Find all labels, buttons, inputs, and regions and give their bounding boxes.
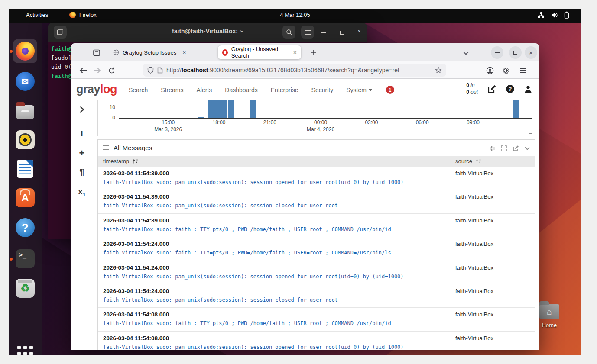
terminal-search-button[interactable] xyxy=(282,26,295,39)
chevron-down-icon[interactable] xyxy=(525,147,530,150)
clock[interactable]: 4 Mar 12:05 xyxy=(280,12,310,18)
page-info-icon[interactable] xyxy=(157,67,163,74)
edit-scratchpad-icon[interactable] xyxy=(487,84,496,93)
nav-dashboards[interactable]: Dashboards xyxy=(225,87,258,93)
dock-item-libreoffice-writer[interactable] xyxy=(13,157,37,181)
column-source[interactable]: source xyxy=(455,158,481,164)
activities-button[interactable]: Activities xyxy=(26,12,48,18)
tab-title: Graylog Setup Issues xyxy=(123,49,176,56)
tab-graylog-unsaved-search[interactable]: Graylog - Unsaved Search × xyxy=(218,45,301,59)
app-menu-button[interactable] xyxy=(517,65,529,76)
sidebar-description-button[interactable]: i xyxy=(71,129,93,139)
histogram-bar[interactable] xyxy=(214,100,221,118)
message-source: faith-VirtualBox xyxy=(455,241,493,247)
help-icon[interactable]: ? xyxy=(506,85,514,93)
system-tray[interactable] xyxy=(538,11,569,19)
nav-search[interactable]: Search xyxy=(129,87,148,93)
terminal-maximize-button[interactable] xyxy=(337,29,346,36)
histogram-bar[interactable] xyxy=(250,100,256,118)
message-row[interactable]: 2026-03-04 11:54:24.000faith-VirtualBoxf… xyxy=(98,237,535,261)
message-row[interactable]: 2026-03-04 11:54:08.000faith-VirtualBoxf… xyxy=(98,308,535,331)
terminal-close-button[interactable]: × xyxy=(355,28,363,35)
tab-overview-icon xyxy=(93,49,101,57)
widget-resize-handle[interactable] xyxy=(529,131,532,134)
back-button[interactable] xyxy=(78,65,89,76)
home-folder-icon: ⌂ xyxy=(539,304,559,319)
extensions-button[interactable] xyxy=(501,65,512,76)
dock-item-thunderbird[interactable]: ✉ xyxy=(13,69,37,93)
url-bar[interactable]: http://localhost:9000/streams/69a15f0317… xyxy=(143,64,446,77)
nav-alerts[interactable]: Alerts xyxy=(196,87,212,93)
user-icon[interactable] xyxy=(524,85,532,93)
dock-item-firefox[interactable] xyxy=(13,39,37,63)
sidebar-highlighting-button[interactable]: ¶ xyxy=(71,167,93,177)
new-tab-button[interactable] xyxy=(307,47,319,59)
graylog-logo[interactable]: graylog xyxy=(76,83,117,96)
column-timestamp[interactable]: timestamp xyxy=(103,158,138,164)
histogram-bar[interactable] xyxy=(221,100,227,118)
firefox-running-dot xyxy=(10,50,13,53)
nav-streams[interactable]: Streams xyxy=(161,87,183,93)
dock-item-files[interactable] xyxy=(13,98,37,122)
navbar-right-cluster: 0 in 0 out ? xyxy=(466,82,532,96)
terminal-titlebar[interactable]: faith@faith-VirtualBox: ~ × xyxy=(48,23,367,42)
message-row[interactable]: 2026-03-04 11:54:39.000faith-VirtualBoxf… xyxy=(98,167,535,190)
nav-enterprise[interactable]: Enterprise xyxy=(271,87,298,93)
list-all-tabs-button[interactable] xyxy=(460,47,472,59)
message-source: faith-VirtualBox xyxy=(455,264,493,271)
message-source: faith-VirtualBox xyxy=(455,335,493,341)
message-row[interactable]: 2026-03-04 11:54:39.000faith-VirtualBoxf… xyxy=(98,190,535,213)
volume-icon xyxy=(551,12,558,19)
focused-app-indicator[interactable]: Firefox xyxy=(69,12,97,18)
tab-close-icon[interactable]: × xyxy=(182,49,186,56)
terminal-minimize-button[interactable] xyxy=(319,28,328,35)
sidebar-expand-button[interactable] xyxy=(71,106,93,113)
terminal-running-dot xyxy=(10,258,13,261)
focused-app-name: Firefox xyxy=(79,12,97,18)
window-maximize-button[interactable] xyxy=(509,46,522,59)
graylog-main-menu: Search Streams Alerts Dashboards Enterpr… xyxy=(129,86,394,94)
bookmark-star-icon[interactable] xyxy=(435,67,442,74)
histogram-bar[interactable] xyxy=(513,100,519,118)
edit-widget-icon[interactable] xyxy=(513,145,519,151)
expand-widget-icon[interactable] xyxy=(501,145,507,151)
sort-icon-active[interactable] xyxy=(133,159,138,164)
window-minimize-button[interactable] xyxy=(491,46,503,59)
notification-badge[interactable]: 1 xyxy=(386,86,394,94)
tab-graylog-setup-issues[interactable]: Graylog Setup Issues × xyxy=(109,45,205,59)
focus-widget-icon[interactable] xyxy=(489,145,495,151)
chevron-right-icon xyxy=(79,106,85,113)
rhythmbox-icon xyxy=(16,130,35,149)
x-tick-label: 09:00 xyxy=(467,119,480,126)
message-row[interactable]: 2026-03-04 11:54:24.000faith-VirtualBoxf… xyxy=(98,284,535,308)
sidebar-fields-button[interactable]: x1 xyxy=(71,187,93,198)
message-row[interactable]: 2026-03-04 11:54:24.000faith-VirtualBoxf… xyxy=(98,261,535,284)
desktop-home-shortcut[interactable]: ⌂ Home xyxy=(535,304,563,329)
reload-button[interactable] xyxy=(106,65,117,76)
drag-handle-icon[interactable] xyxy=(103,145,109,151)
message-row[interactable]: 2026-03-04 11:54:08.000faith-VirtualBoxf… xyxy=(98,332,535,350)
dock-item-ubuntu-software[interactable]: A xyxy=(13,186,37,210)
window-close-button[interactable]: × xyxy=(525,46,537,59)
nav-system-dropdown[interactable]: System xyxy=(346,87,372,93)
message-timestamp: 2026-03-04 11:54:39.000 xyxy=(103,217,169,224)
account-button[interactable] xyxy=(484,65,496,76)
sort-icon[interactable] xyxy=(476,159,481,164)
tab-close-icon[interactable]: × xyxy=(293,49,297,56)
dock-item-rhythmbox[interactable] xyxy=(13,128,37,152)
search-sidebar: i + ¶ x1 xyxy=(71,100,93,350)
dock-item-show-applications[interactable] xyxy=(13,341,37,355)
message-row[interactable]: 2026-03-04 11:54:39.000faith-VirtualBoxf… xyxy=(98,214,535,237)
dock-item-terminal[interactable]: >_ xyxy=(13,247,37,271)
dock-item-help[interactable]: ? xyxy=(13,216,37,240)
forward-button[interactable] xyxy=(91,65,103,76)
histogram-bar[interactable] xyxy=(208,100,214,118)
search-icon xyxy=(286,29,292,35)
terminal-menu-button[interactable] xyxy=(301,26,314,39)
sidebar-create-button[interactable]: + xyxy=(71,148,93,159)
nav-security[interactable]: Security xyxy=(311,87,334,93)
histogram-bar[interactable] xyxy=(228,100,234,118)
dock-item-trash[interactable]: ♻ xyxy=(13,276,37,300)
message-timestamp: 2026-03-04 11:54:24.000 xyxy=(103,288,169,294)
tab-manager-button[interactable] xyxy=(91,47,103,59)
